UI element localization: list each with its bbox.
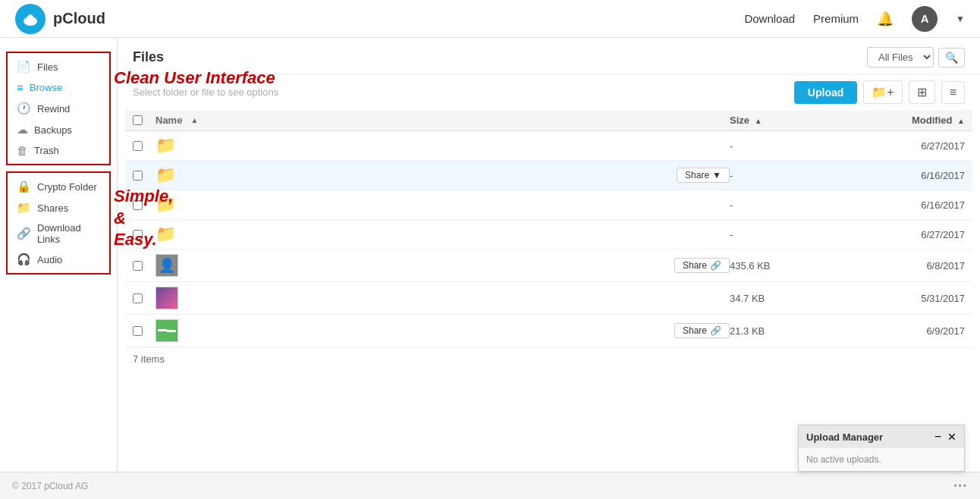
header-right: Download Premium 🔔 A ▼ <box>744 6 965 32</box>
header: pCloud Download Premium 🔔 A ▼ <box>0 0 980 38</box>
download-nav[interactable]: Download <box>744 12 795 25</box>
sidebar-section-extras: 🔒 Crypto Folder 📁 Shares 🔗 Download Link… <box>6 171 111 275</box>
upload-manager-body: No active uploads. <box>799 448 964 471</box>
crypto-icon: 🔒 <box>17 180 31 193</box>
image-thumbnail <box>155 287 178 309</box>
svg-point-1 <box>28 14 33 19</box>
row-checkbox[interactable] <box>133 261 143 271</box>
row-checkbox[interactable] <box>133 171 143 180</box>
item-count: 7 items <box>125 347 972 371</box>
row-checkbox[interactable] <box>133 326 143 336</box>
audio-icon: 🎧 <box>17 253 31 266</box>
upload-manager-header: Upload Manager − ✕ <box>799 425 964 448</box>
search-button[interactable]: 🔍 <box>938 48 965 67</box>
toolbar-hint: Select folder or file to see options <box>133 86 278 98</box>
sidebar-item-browse[interactable]: ≡ Browse <box>8 77 109 98</box>
header-left: pCloud <box>15 4 105 34</box>
folder-icon: 📁 <box>155 224 176 244</box>
more-options-icon[interactable]: ••• <box>953 481 968 491</box>
sidebar-item-trash[interactable]: 🗑 Trash <box>8 140 109 161</box>
table-row[interactable]: 👤 Share 🔗 435.6 KB 6/8/2017 <box>125 250 972 282</box>
search-filter-select[interactable]: All Files <box>867 47 934 67</box>
name-column-header[interactable]: Name ▲ <box>155 115 730 126</box>
upload-manager-title: Upload Manager <box>806 432 883 443</box>
sidebar-item-download-links[interactable]: 🔗 Download Links <box>8 218 109 249</box>
image-thumbnail <box>155 319 178 342</box>
share-button[interactable]: Share 🔗 <box>674 258 730 273</box>
link-icon: 🔗 <box>710 260 721 271</box>
sidebar-section-files: 📄 Files ≡ Browse 🕐 Rewind ☁ Backups 🗑 Tr… <box>6 52 111 165</box>
upload-button[interactable]: Upload <box>794 81 857 104</box>
modified-sort-icon: ▲ <box>957 117 965 125</box>
upload-manager-minimize-button[interactable]: − <box>934 430 941 444</box>
table-row[interactable]: Share 🔗 21.3 KB 6/9/2017 <box>125 315 972 347</box>
folder-icon: 📁 <box>155 165 176 185</box>
sidebar: 📄 Files ≡ Browse 🕐 Rewind ☁ Backups 🗑 Tr… <box>0 38 118 499</box>
trash-icon: 🗑 <box>17 144 28 157</box>
sidebar-item-rewind[interactable]: 🕐 Rewind <box>8 98 109 119</box>
folder-icon: 📁 <box>155 136 176 155</box>
table-row[interactable]: 📁 - 6/27/2017 <box>125 220 972 250</box>
folder-icon: 📁 <box>155 195 176 215</box>
row-checkbox[interactable] <box>133 200 143 210</box>
shares-icon: 📁 <box>17 201 31 215</box>
table-row[interactable]: 34.7 KB 5/31/2017 <box>125 282 972 315</box>
sidebar-item-files[interactable]: 📄 Files <box>8 56 109 77</box>
size-sort-icon: ▲ <box>755 117 762 125</box>
bell-icon[interactable]: 🔔 <box>877 11 894 27</box>
avatar[interactable]: A <box>912 6 938 32</box>
new-folder-button[interactable]: 📁+ <box>863 80 902 104</box>
copyright: © 2017 pCloud AG <box>12 481 88 491</box>
grid-view-button[interactable]: ⊞ <box>909 80 935 104</box>
sidebar-item-backups[interactable]: ☁ Backups <box>8 119 109 140</box>
avatar-dropdown-icon[interactable]: ▼ <box>956 14 965 24</box>
sidebar-item-audio[interactable]: 🎧 Audio <box>8 249 109 270</box>
select-all-checkbox[interactable] <box>133 115 143 125</box>
table-header: Name ▲ Size ▲ Modified ▲ <box>125 110 972 131</box>
share-button[interactable]: Share ▼ <box>677 168 730 183</box>
link-icon: 🔗 <box>710 325 721 336</box>
search-area: All Files 🔍 <box>867 47 965 67</box>
image-thumbnail: 👤 <box>155 254 178 277</box>
name-sort-icon: ▲ <box>190 116 198 124</box>
modified-column-header[interactable]: Modified ▲ <box>843 115 965 126</box>
sidebar-item-crypto[interactable]: 🔒 Crypto Folder <box>8 176 109 197</box>
sort-button[interactable]: ≡ <box>941 81 965 104</box>
backups-icon: ☁ <box>17 123 28 137</box>
files-title: Files <box>133 49 164 65</box>
table-row[interactable]: 📁 - 6/16/2017 <box>125 190 972 220</box>
upload-status: No active uploads. <box>806 454 881 465</box>
browse-icon: ≡ <box>17 81 24 94</box>
row-checkbox[interactable] <box>133 230 143 240</box>
toolbar: Select folder or file to see options Upl… <box>118 74 980 110</box>
upload-manager-actions: − ✕ <box>934 430 956 444</box>
share-button[interactable]: Share 🔗 <box>674 323 730 338</box>
sidebar-item-shares[interactable]: 📁 Shares <box>8 197 109 218</box>
link-icon: 🔗 <box>17 227 31 240</box>
file-icon: 📄 <box>17 60 31 74</box>
row-checkbox[interactable] <box>133 141 143 151</box>
toolbar-actions: Upload 📁+ ⊞ ≡ <box>794 80 965 104</box>
logo-text: pCloud <box>53 10 105 27</box>
upload-manager: Upload Manager − ✕ No active uploads. <box>798 425 965 472</box>
table-row[interactable]: 📁 Share ▼ - 6/16/2017 <box>125 161 972 190</box>
footer: © 2017 pCloud AG ••• <box>0 472 980 499</box>
share-dropdown-icon: ▼ <box>712 170 721 180</box>
size-column-header[interactable]: Size ▲ <box>730 115 843 126</box>
table-row[interactable]: 📁 - 6/27/2017 <box>125 131 972 161</box>
rewind-icon: 🕐 <box>17 102 31 115</box>
premium-nav[interactable]: Premium <box>813 12 859 25</box>
logo-icon <box>15 4 46 34</box>
upload-manager-close-button[interactable]: ✕ <box>947 430 956 444</box>
row-checkbox[interactable] <box>133 293 143 303</box>
files-header: Files All Files 🔍 <box>118 38 980 74</box>
